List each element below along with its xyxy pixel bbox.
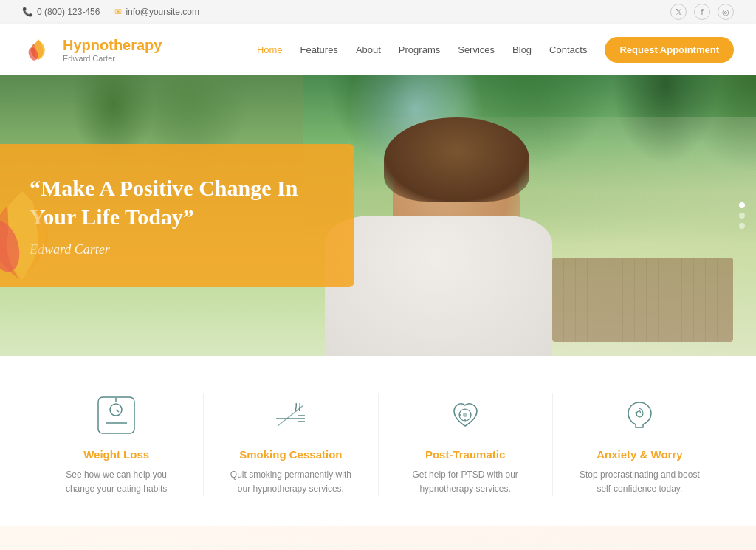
phone-icon: 📞 (22, 7, 33, 17)
flame-decoration (0, 176, 66, 295)
bottom-section: Hello! I'm Edward (0, 526, 756, 550)
nav-about[interactable]: About (356, 44, 381, 55)
nav-services[interactable]: Services (458, 44, 495, 55)
nav-programs[interactable]: Programs (399, 44, 440, 55)
slider-dot-2[interactable] (739, 213, 745, 219)
anxiety-desc: Stop procrastinating and boost self-conf… (575, 468, 704, 496)
slider-dot-1[interactable] (739, 202, 745, 208)
ptsd-icon (443, 393, 487, 437)
service-weight-loss: Weight Loss See how we can help you chan… (30, 393, 204, 496)
nav-features[interactable]: Features (300, 44, 338, 55)
smoking-desc: Quit smoking permanently with our hypnot… (226, 468, 355, 496)
hero-author: Edward Carter (30, 242, 317, 258)
weight-loss-desc: See how we can help you change your eati… (52, 468, 181, 496)
smoking-title: Smoking Cessation (226, 448, 355, 461)
ptsd-desc: Get help for PTSD with our hypnotherapy … (401, 468, 530, 496)
weight-loss-icon (94, 393, 139, 437)
top-bar: 📞 0 (800) 123-456 ✉ info@yoursite.com 𝕏 … (0, 0, 756, 24)
slider-dots (739, 202, 745, 229)
nav-blog[interactable]: Blog (512, 44, 532, 55)
nav-contacts[interactable]: Contacts (549, 44, 587, 55)
main-nav: Home Features About Programs Services Bl… (257, 37, 734, 63)
logo-text: Hypnotherapy Edward Carter (63, 37, 162, 63)
service-ptsd: Post-Traumatic Get help for PTSD with ou… (379, 393, 553, 496)
top-bar-contact: 📞 0 (800) 123-456 ✉ info@yoursite.com (22, 7, 199, 17)
instagram-icon[interactable]: ◎ (718, 4, 734, 20)
phone-number: 0 (800) 123-456 (37, 7, 100, 17)
weight-loss-title: Weight Loss (52, 448, 181, 461)
email-icon: ✉ (114, 7, 122, 17)
brand-name: Hypnotherapy (63, 37, 162, 54)
header: Hypnotherapy Edward Carter Home Features… (0, 24, 756, 75)
logo: Hypnotherapy Edward Carter (22, 33, 162, 66)
svg-point-13 (463, 413, 467, 417)
email-contact: ✉ info@yoursite.com (114, 7, 199, 17)
anxiety-title: Anxiety & Worry (575, 448, 704, 461)
email-address: info@yoursite.com (126, 7, 199, 17)
hero-section: “Make A Positive Change In Your Life Tod… (0, 75, 756, 356)
service-anxiety: Anxiety & Worry Stop procrastinating and… (553, 393, 726, 496)
smoking-icon (269, 393, 313, 437)
service-smoking: Smoking Cessation Quit smoking permanent… (204, 393, 378, 496)
ptsd-title: Post-Traumatic (401, 448, 530, 461)
hero-image (303, 75, 756, 356)
request-appointment-button[interactable]: Request Appointment (605, 37, 734, 63)
nav-home[interactable]: Home (257, 44, 283, 55)
social-links: 𝕏 f ◎ (670, 4, 734, 20)
logo-icon (22, 33, 55, 66)
phone-contact: 📞 0 (800) 123-456 (22, 7, 100, 17)
services-section: Weight Loss See how we can help you chan… (0, 356, 756, 526)
facebook-icon[interactable]: f (694, 4, 710, 20)
slider-dot-3[interactable] (739, 223, 745, 229)
twitter-icon[interactable]: 𝕏 (670, 4, 687, 20)
hero-quote: “Make A Positive Change In Your Life Tod… (30, 173, 317, 231)
svg-point-18 (635, 411, 637, 413)
brand-sub: Edward Carter (63, 54, 162, 63)
anxiety-icon (617, 393, 662, 437)
hero-overlay: “Make A Positive Change In Your Life Tod… (0, 144, 354, 287)
svg-line-6 (116, 410, 119, 412)
